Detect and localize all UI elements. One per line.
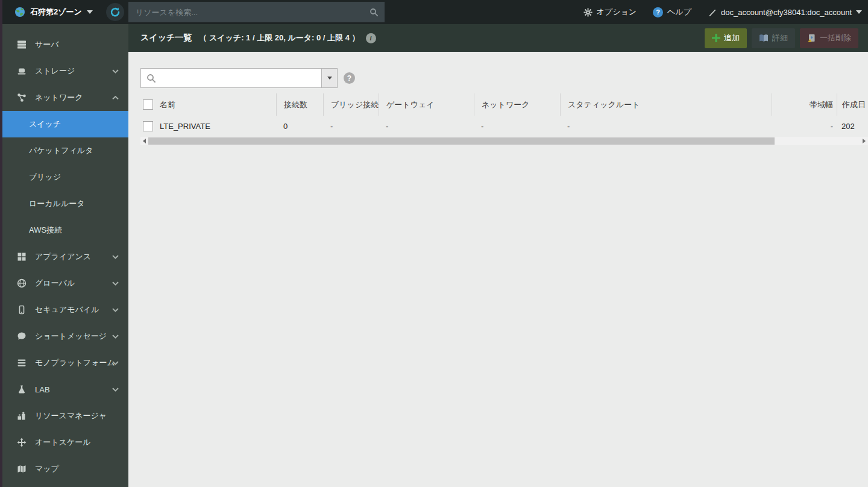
bulk-delete-button-label: 一括削除 (820, 33, 851, 43)
sidebar-item-label: ネットワーク (35, 92, 83, 103)
row-checkbox[interactable] (143, 121, 153, 131)
delete-warning-icon (807, 34, 816, 43)
chevron-down-icon (112, 69, 119, 74)
sidebar: サーバ ストレージ ネットワーク スイッチ (0, 24, 128, 487)
bulk-delete-button[interactable]: 一括削除 (800, 28, 858, 48)
sidebar-item-label: ブリッジ (29, 172, 61, 183)
blocks-icon (16, 411, 27, 421)
column-header-bridge[interactable]: ブリッジ接続 (323, 93, 379, 116)
sidebar-item-label: ストレージ (35, 66, 75, 77)
chevron-down-icon (112, 255, 119, 259)
main-area: スイッチ一覧 （ スイッチ: 1 / 上限 20, ルータ: 0 / 上限 4 … (128, 24, 868, 487)
gear-icon (583, 8, 593, 17)
column-header-connections[interactable]: 接続数 (276, 93, 323, 116)
column-header-bandwidth[interactable]: 帯域幅 (772, 93, 837, 116)
cell-connections: 0 (276, 116, 323, 137)
flask-icon (16, 385, 27, 395)
sidebar-item-autoscale[interactable]: オートスケール (0, 429, 128, 456)
filter-help-icon[interactable]: ? (344, 72, 355, 84)
scrollbar-thumb[interactable] (148, 137, 775, 145)
sidebar-item-aws-connect[interactable]: AWS接続 (0, 217, 128, 244)
select-all-checkbox[interactable] (143, 99, 153, 110)
help-label: ヘルプ (667, 7, 691, 17)
sidebar-item-resource-manager[interactable]: リソースマネージャ (0, 403, 128, 429)
sidebar-item-label: マップ (35, 463, 59, 474)
network-icon (16, 93, 27, 103)
search-icon (146, 74, 156, 83)
arrows-cross-icon (16, 438, 27, 448)
map-icon (16, 464, 27, 474)
sidebar-item-packet-filter[interactable]: パケットフィルタ (0, 137, 128, 164)
column-header-created[interactable]: 作成日 (837, 93, 868, 116)
sidebar-item-label: ローカルルータ (29, 198, 85, 209)
chat-bubble-icon (16, 331, 27, 342)
scroll-right-arrow[interactable] (860, 137, 868, 145)
table-header-row: 名前 接続数 ブリッジ接続 ゲートウェイ ネットワーク スタティックルート 帯域… (140, 93, 868, 116)
header-checkbox-cell (140, 93, 160, 116)
table-row[interactable]: LTE_PRIVATE 0 - - - - - 202 (140, 116, 868, 137)
zone-label: 石狩第2ゾーン (30, 7, 82, 17)
sidebar-item-label: セキュアモバイル (35, 304, 99, 315)
sidebar-item-short-message[interactable]: ショートメッセージ (0, 323, 128, 350)
scroll-left-arrow[interactable] (140, 137, 148, 145)
topbar-right: オプション ? ヘルプ doc_account@cfy38041:doc_acc… (573, 0, 862, 24)
sidebar-item-label: アプライアンス (35, 251, 91, 262)
column-header-gateway[interactable]: ゲートウェイ (379, 93, 474, 116)
info-icon[interactable]: i (366, 33, 376, 43)
sidebar-item-local-router[interactable]: ローカルルータ (0, 190, 128, 217)
sidebar-item-bridge[interactable]: ブリッジ (0, 164, 128, 190)
sidebar-item-label: ショートメッセージ (35, 331, 107, 342)
sidebar-item-label: モノプラットフォーム (35, 357, 115, 368)
zone-selector[interactable]: 石狩第2ゾーン (14, 0, 93, 24)
sidebar-item-appliance[interactable]: アプライアンス (0, 244, 128, 270)
page-header: スイッチ一覧 （ スイッチ: 1 / 上限 20, ルータ: 0 / 上限 4 … (128, 24, 868, 52)
chevron-up-icon (112, 96, 119, 100)
sidebar-item-label: AWS接続 (29, 225, 62, 236)
column-header-name[interactable]: 名前 (160, 93, 276, 116)
cell-bandwidth: - (772, 116, 837, 137)
caret-down-icon (856, 10, 862, 14)
lines-icon (16, 358, 27, 368)
storage-icon (16, 66, 27, 77)
filter-dropdown-button[interactable] (321, 69, 337, 87)
sidebar-item-map[interactable]: マップ (0, 456, 128, 482)
sidebar-item-lab[interactable]: LAB (0, 376, 128, 403)
chevron-down-icon (112, 335, 119, 339)
switch-table: 名前 接続数 ブリッジ接続 ゲートウェイ ネットワーク スタティックルート 帯域… (140, 93, 868, 145)
account-menu[interactable]: doc_account@cfy38041:doc_account (708, 8, 862, 17)
add-button-label: 追加 (724, 33, 740, 43)
help-button[interactable]: ? ヘルプ (653, 7, 691, 17)
sidebar-item-label: サーバ (35, 39, 59, 50)
options-button[interactable]: オプション (583, 7, 637, 17)
refresh-button[interactable] (106, 3, 124, 21)
table-filter-input[interactable] (156, 74, 321, 83)
add-button[interactable]: 追加 (705, 28, 747, 48)
scrollbar-track[interactable] (148, 137, 860, 145)
page-summary: （ スイッチ: 1 / 上限 20, ルータ: 0 / 上限 4 ） (199, 33, 359, 43)
topbar: 石狩第2ゾーン (0, 0, 868, 24)
sidebar-item-network[interactable]: ネットワーク (0, 84, 128, 111)
cell-gateway: - (379, 116, 474, 137)
cell-name: LTE_PRIVATE (160, 116, 276, 137)
refresh-icon (110, 7, 121, 17)
sidebar-item-switch[interactable]: スイッチ (0, 111, 128, 137)
sidebar-item-label: スイッチ (29, 119, 61, 130)
resource-search-input[interactable] (128, 8, 370, 17)
chevron-down-icon (112, 281, 119, 286)
cell-static-route: - (560, 116, 772, 137)
sidebar-item-label: リソースマネージャ (35, 410, 107, 421)
sidebar-item-storage[interactable]: ストレージ (0, 58, 128, 84)
account-label: doc_account@cfy38041:doc_account (721, 8, 852, 17)
row-checkbox-cell (140, 116, 160, 137)
sidebar-item-secure-mobile[interactable]: セキュアモバイル (0, 297, 128, 323)
plus-icon (712, 34, 720, 42)
content-area: ? 名前 接続数 ブリッジ接続 ゲートウェイ ネットワーク スタティックルート … (128, 52, 868, 487)
column-header-network[interactable]: ネットワーク (474, 93, 560, 116)
cell-created: 202 (837, 116, 868, 137)
sidebar-item-mono-platform[interactable]: モノプラットフォーム (0, 350, 128, 376)
sidebar-item-server[interactable]: サーバ (0, 31, 128, 58)
sidebar-item-global[interactable]: グローバル (0, 270, 128, 297)
pen-icon (708, 8, 717, 17)
detail-button[interactable]: 詳細 (752, 28, 795, 48)
column-header-static-route[interactable]: スタティックルート (560, 93, 772, 116)
